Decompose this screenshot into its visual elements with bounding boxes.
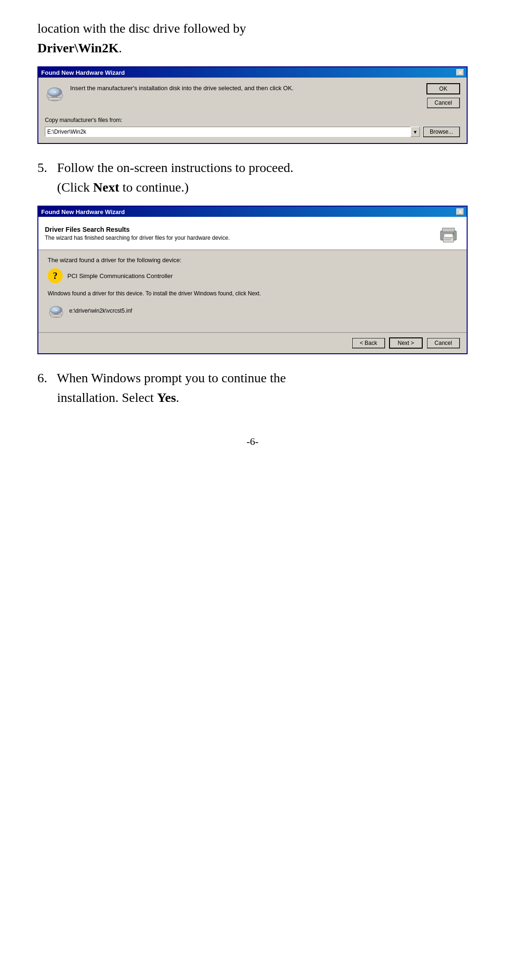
copy-label: Copy manufacturer's files from: <box>45 117 460 123</box>
intro-bold: Driver\Win2K <box>37 41 119 55</box>
dialog2-subheader-title: Driver Files Search Results <box>45 226 230 233</box>
intro-end: . <box>119 41 122 55</box>
dialog2-next-button[interactable]: Next > <box>389 337 423 349</box>
svg-point-15 <box>55 309 58 311</box>
step5-next-bold: Next <box>93 180 119 194</box>
step6-text1: When Windows prompt you to continue the <box>57 371 286 385</box>
step5-text1: Follow the on-screen instructions to pro… <box>57 160 293 175</box>
dialog1-body: Insert the manufacturer's installation d… <box>38 78 467 143</box>
step6-text2-prefix: installation. Select <box>57 390 157 405</box>
step6-text2-suffix: . <box>176 390 179 405</box>
step5-text2-suffix: to continue.) <box>119 180 189 194</box>
svg-rect-6 <box>442 228 454 232</box>
dialog1-title: Found New Hardware Wizard <box>41 69 125 76</box>
dialog2-device-row: ? PCI Simple Communications Controller <box>48 268 457 283</box>
dialog2-device-name: PCI Simple Communications Controller <box>67 272 173 279</box>
svg-rect-9 <box>444 239 451 240</box>
dialog1-main-row: Insert the manufacturer's installation d… <box>45 83 460 108</box>
dialog1-buttons: OK Cancel <box>426 83 460 108</box>
dialog2-title: Found New Hardware Wizard <box>41 208 125 215</box>
step6-text: 6. When Windows prompt you to continue t… <box>37 368 468 408</box>
page-number: -6- <box>246 436 259 447</box>
dialog2-close-button[interactable]: ✕ <box>456 208 464 215</box>
dialog2-back-button[interactable]: < Back <box>352 337 385 349</box>
step6-yes-bold: Yes <box>157 390 176 405</box>
intro-paragraph: location with the disc drive followed by… <box>37 19 468 58</box>
dialog1: Found New Hardware Wizard ✕ <box>37 66 468 144</box>
dialog2-cd-icon <box>48 302 65 319</box>
dialog1-ok-button[interactable]: OK <box>426 83 460 94</box>
svg-rect-11 <box>444 234 453 237</box>
dialog2-titlebar: Found New Hardware Wizard ✕ <box>38 207 467 217</box>
browse-button[interactable]: Browse... <box>423 126 460 137</box>
svg-rect-4 <box>49 98 61 100</box>
page-footer: -6- <box>37 436 468 448</box>
dialog2-driver-row: e:\driver\win2k\vcrcst5.inf <box>48 302 457 319</box>
path-dropdown-arrow[interactable]: ▼ <box>411 127 420 137</box>
path-input[interactable] <box>45 127 411 137</box>
intro-line1: location with the disc drive followed by <box>37 21 246 36</box>
step6-number: 6. <box>37 371 47 385</box>
dialog2-subheader-desc: The wizard has finished searching for dr… <box>45 235 230 241</box>
svg-point-10 <box>453 233 454 235</box>
svg-rect-8 <box>444 237 453 238</box>
dialog2: Found New Hardware Wizard ✕ Driver Files… <box>37 206 468 354</box>
svg-rect-16 <box>51 315 62 317</box>
dialog2-found-text: The wizard found a driver for the follow… <box>48 257 457 264</box>
path-row: ▼ Browse... <box>45 126 460 137</box>
dialog2-subheader: Driver Files Search Results The wizard h… <box>38 217 467 250</box>
question-mark-icon: ? <box>48 268 63 283</box>
dialog2-subheader-text: Driver Files Search Results The wizard h… <box>45 226 230 241</box>
dialog2-cancel-button[interactable]: Cancel <box>426 337 460 349</box>
dialog2-windows-found-text: Windows found a driver for this device. … <box>48 290 457 298</box>
dialog2-driver-path: e:\driver\win2k\vcrcst5.inf <box>69 308 132 314</box>
dialog1-bottom: Copy manufacturer's files from: ▼ Browse… <box>45 117 460 137</box>
dialog1-message: Insert the manufacturer's installation d… <box>70 83 416 93</box>
dialog2-content: The wizard found a driver for the follow… <box>38 250 467 332</box>
dialog1-titlebar: Found New Hardware Wizard ✕ <box>38 67 467 78</box>
dialog1-cd-icon <box>45 83 65 103</box>
dialog1-close-button[interactable]: ✕ <box>456 69 464 76</box>
step5-number: 5. <box>37 160 47 175</box>
svg-point-3 <box>53 91 57 93</box>
printer-icon <box>437 222 460 245</box>
step5-text: 5. Follow the on-screen instructions to … <box>37 158 468 197</box>
dialog1-cancel-button[interactable]: Cancel <box>426 97 460 108</box>
step5-text2-prefix: (Click <box>57 180 93 194</box>
dialog2-footer: < Back Next > Cancel <box>38 332 467 353</box>
path-input-wrap: ▼ <box>45 127 420 137</box>
